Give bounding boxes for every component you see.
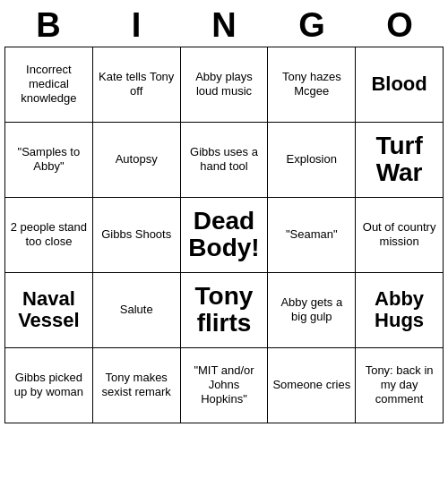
bingo-cell-14: Out of country mission	[356, 198, 444, 273]
bingo-letter-o: O	[356, 5, 444, 47]
bingo-cell-0: Incorrect medical knowledge	[5, 47, 93, 123]
bingo-grid: Incorrect medical knowledgeKate tells To…	[4, 47, 444, 423]
bingo-cell-16: Salute	[93, 273, 181, 348]
bingo-card: BINGO Incorrect medical knowledgeKate te…	[4, 5, 444, 423]
bingo-cell-8: Explosion	[268, 123, 356, 198]
bingo-letter-g: G	[268, 5, 356, 47]
bingo-letter-i: I	[92, 5, 180, 47]
bingo-cell-18: Abby gets a big gulp	[268, 273, 356, 348]
bingo-cell-23: Someone cries	[268, 348, 356, 423]
bingo-cell-1: Kate tells Tony off	[93, 47, 181, 123]
bingo-cell-22: "MIT and/or Johns Hopkins"	[181, 348, 269, 423]
bingo-header: BINGO	[4, 5, 444, 47]
bingo-cell-21: Tony makes sexist remark	[93, 348, 181, 423]
bingo-cell-19: Abby Hugs	[356, 273, 444, 348]
bingo-letter-n: N	[180, 5, 268, 47]
bingo-cell-6: Autopsy	[93, 123, 181, 198]
bingo-cell-5: "Samples to Abby"	[5, 123, 93, 198]
bingo-cell-10: 2 people stand too close	[5, 198, 93, 273]
bingo-cell-12: Dead Body!	[181, 198, 269, 273]
bingo-cell-11: Gibbs Shoots	[93, 198, 181, 273]
bingo-cell-2: Abby plays loud music	[181, 47, 269, 123]
bingo-cell-13: "Seaman"	[268, 198, 356, 273]
bingo-cell-24: Tony: back in my day comment	[356, 348, 444, 423]
bingo-cell-15: Naval Vessel	[5, 273, 93, 348]
bingo-cell-17: Tony flirts	[181, 273, 269, 348]
bingo-letter-b: B	[4, 5, 92, 47]
bingo-cell-9: Turf War	[356, 123, 444, 198]
bingo-cell-20: Gibbs picked up by woman	[5, 348, 93, 423]
bingo-cell-3: Tony hazes Mcgee	[268, 47, 356, 123]
bingo-cell-4: Blood	[356, 47, 444, 123]
bingo-cell-7: Gibbs uses a hand tool	[181, 123, 269, 198]
